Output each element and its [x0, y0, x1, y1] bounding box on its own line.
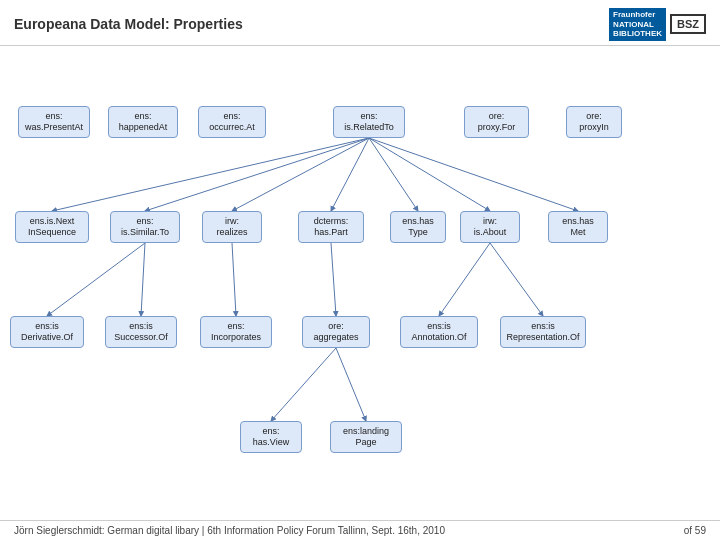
svg-line-5 [369, 138, 490, 211]
svg-line-3 [331, 138, 369, 211]
svg-line-6 [369, 138, 578, 211]
node-proxyFor: ore: proxy.For [464, 106, 529, 138]
node-happenedAt: ens: happenedAt [108, 106, 178, 138]
bsz-logo: BSZ [670, 14, 706, 34]
fraunhofer-logo: FraunhoferNATIONALBIBLIOTHEK [609, 8, 666, 41]
footer-page: of 59 [684, 525, 706, 536]
logo-area: FraunhoferNATIONALBIBLIOTHEK BSZ [609, 8, 706, 41]
node-isSimilarTo: ens: is.Similar.To [110, 211, 180, 243]
node-isAbout: irw: is.About [460, 211, 520, 243]
node-proxyIn: ore: proxyIn [566, 106, 622, 138]
svg-line-11 [439, 243, 490, 316]
node-isRepresentationOf: ens:is Representation.Of [500, 316, 586, 348]
node-hasMet: ens.has Met [548, 211, 608, 243]
svg-line-13 [271, 348, 336, 421]
node-landingPage: ens:landing Page [330, 421, 402, 453]
svg-line-1 [145, 138, 369, 211]
svg-line-8 [141, 243, 145, 316]
node-occurrenceAt: ens: occurrec.At [198, 106, 266, 138]
footer-credit: Jörn Sieglerschmidt: German digital liba… [14, 525, 445, 536]
svg-line-12 [490, 243, 543, 316]
header: Europeana Data Model: Properties Fraunho… [0, 0, 720, 46]
node-hasView: ens: has.View [240, 421, 302, 453]
svg-line-2 [232, 138, 369, 211]
node-isDerivativeOf: ens:is Derivative.Of [10, 316, 84, 348]
node-isSuccessorOf: ens:is Successor.Of [105, 316, 177, 348]
node-aggregates: ore: aggregates [302, 316, 370, 348]
diagram: ens: was.PresentAtens: happenedAtens: oc… [0, 46, 720, 506]
svg-line-9 [232, 243, 236, 316]
svg-line-0 [52, 138, 369, 211]
node-hasType: ens.has Type [390, 211, 446, 243]
svg-line-14 [336, 348, 366, 421]
node-isNextInSeq: ens.is.Next InSequence [15, 211, 89, 243]
svg-line-10 [331, 243, 336, 316]
node-incorporates: ens: Incorporates [200, 316, 272, 348]
node-isAnnotationOf: ens:is Annotation.Of [400, 316, 478, 348]
node-realizes: irw: realizes [202, 211, 262, 243]
svg-line-4 [369, 138, 418, 211]
svg-line-7 [47, 243, 145, 316]
footer: Jörn Sieglerschmidt: German digital liba… [0, 520, 720, 540]
node-isRelatedTo: ens: is.RelatedTo [333, 106, 405, 138]
page-title: Europeana Data Model: Properties [14, 16, 243, 32]
node-wasPresentAt: ens: was.PresentAt [18, 106, 90, 138]
node-hasPart: dcterms: has.Part [298, 211, 364, 243]
